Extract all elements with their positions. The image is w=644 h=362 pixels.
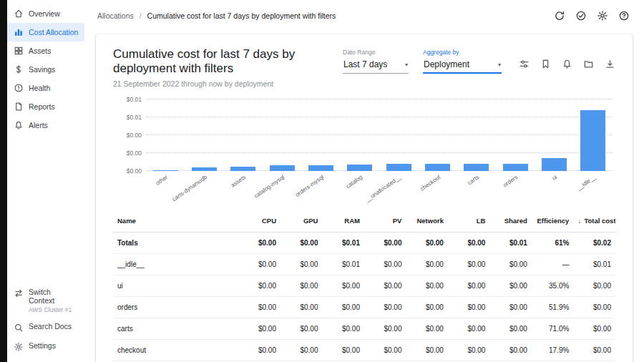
cell-network: $0.00 [406, 318, 447, 340]
y-axis-tick-label: $0.00 [113, 150, 142, 157]
col-header-total-cost[interactable]: ↓ Total cost [573, 210, 615, 233]
table-row-idle[interactable]: __idle__$0.00$0.00$0.01$0.00$0.00$0.00$0… [113, 254, 615, 275]
cell-ram: $0.00 [322, 275, 364, 297]
cell-gpu: $0.00 [280, 233, 322, 254]
sidebar-item-search-docs[interactable]: Search Docs [7, 318, 84, 337]
cell-gpu: $0.00 [280, 297, 322, 318]
topbar-icons [554, 10, 630, 21]
folder-icon[interactable] [583, 59, 594, 69]
bar-idle[interactable] [580, 110, 605, 171]
home-icon [14, 9, 24, 19]
cell-shared: $0.00 [489, 297, 531, 318]
cell-shared: $0.00 [489, 340, 531, 361]
bar-carts[interactable] [464, 164, 489, 171]
table-row-carts[interactable]: carts$0.00$0.00$0.00$0.00$0.00$0.00$0.00… [113, 318, 615, 340]
table-row-checkout[interactable]: checkout$0.00$0.00$0.00$0.00$0.00$0.00$0… [113, 340, 615, 361]
cell-shared: $0.00 [489, 318, 531, 340]
col-header-ram[interactable]: RAM [322, 210, 364, 233]
cell-lb: $0.00 [448, 340, 489, 361]
date-range-value: Last 7 days [343, 59, 387, 69]
bar-catalog-mysql[interactable] [270, 165, 295, 171]
cell-lb: $0.00 [448, 233, 489, 254]
cell-gpu: $0.00 [280, 340, 322, 361]
report-header: Cumulative cost for last 7 days by deplo… [113, 47, 615, 88]
col-header-lb[interactable]: LB [448, 210, 489, 233]
cell-total-cost: $0.00 [573, 275, 615, 297]
download-icon[interactable] [605, 59, 615, 69]
cell-pv: $0.00 [364, 340, 406, 361]
bar-unallocated[interactable] [386, 164, 411, 171]
sidebar-item-assets[interactable]: Assets [7, 41, 84, 60]
table-row-totals[interactable]: Totals$0.00$0.00$0.01$0.00$0.00$0.00$0.0… [113, 233, 615, 254]
breadcrumb-section[interactable]: Allocations [97, 11, 134, 20]
sidebar-item-savings[interactable]: Savings [7, 60, 84, 79]
sidebar-item-overview[interactable]: Overview [7, 4, 84, 23]
bar-orders-mysql[interactable] [308, 165, 333, 171]
col-header-cpu[interactable]: CPU [239, 210, 280, 233]
report-card: Cumulative cost for last 7 days by deplo… [96, 34, 633, 362]
cell-cpu: $0.00 [239, 318, 280, 340]
col-header-shared[interactable]: Shared [489, 210, 531, 233]
cell-gpu: $0.00 [280, 275, 322, 297]
bar-orders[interactable] [503, 164, 528, 171]
bar-checkout[interactable] [425, 164, 450, 171]
cell-name: checkout [113, 340, 239, 361]
bell-icon[interactable] [562, 59, 572, 69]
sidebar: OverviewCost AllocationAssetsSavingsHeal… [7, 0, 84, 362]
col-header-name[interactable]: Name [113, 210, 239, 233]
sidebar-item-sublabel: AWS Cluster #1 [29, 306, 78, 313]
help-icon[interactable] [618, 10, 630, 21]
col-header-efficiency[interactable]: Efficiency [532, 210, 573, 233]
alert-bell-icon [14, 120, 24, 130]
sort-desc-icon: ↓ [577, 217, 582, 225]
cell-pv: $0.00 [364, 297, 406, 318]
page-subtitle: 21 September 2022 through now by deploym… [113, 79, 343, 88]
cell-name: ui [113, 275, 239, 297]
cell-ram: $0.01 [322, 233, 364, 254]
sidebar-item-label: Health [29, 84, 50, 92]
bar-assets[interactable] [230, 167, 255, 171]
bar-catalog[interactable] [347, 165, 372, 171]
gear-icon[interactable] [597, 10, 608, 21]
cell-pv: $0.00 [364, 254, 406, 275]
sidebar-item-switch-context[interactable]: Switch ContextAWS Cluster #1 [7, 283, 84, 318]
sidebar-item-settings[interactable]: Settings [7, 337, 84, 356]
sidebar-nav: OverviewCost AllocationAssetsSavingsHeal… [7, 4, 84, 134]
bar-carts-dynamodb[interactable] [192, 167, 217, 171]
filters-icon[interactable] [519, 59, 530, 69]
report-title-block: Cumulative cost for last 7 days by deplo… [113, 47, 343, 88]
aggregate-by-select[interactable]: Aggregate by Deployment ▾ [423, 49, 502, 74]
cell-shared: $0.01 [489, 233, 531, 254]
col-header-gpu[interactable]: GPU [280, 210, 322, 233]
table-row-orders[interactable]: orders$0.00$0.00$0.00$0.00$0.00$0.00$0.0… [113, 297, 615, 318]
bar-other[interactable] [153, 170, 178, 171]
cell-efficiency: 35.0% [532, 275, 573, 297]
sidebar-item-label: Search Docs [29, 322, 72, 331]
sidebar-item-health[interactable]: Health [7, 79, 84, 97]
sidebar-item-reports[interactable]: Reports [7, 97, 84, 116]
app-window: OverviewCost AllocationAssetsSavingsHeal… [0, 0, 644, 362]
refresh-icon[interactable] [554, 10, 565, 21]
allocation-table: NameCPUGPURAMPVNetworkLBSharedEfficiency… [113, 210, 615, 362]
cell-gpu: $0.00 [280, 318, 322, 340]
sidebar-item-label: Overview [29, 9, 60, 18]
y-axis-tick-label: $0.01 [113, 96, 142, 103]
cell-pv: $0.00 [364, 318, 406, 340]
cell-total-cost: $0.01 [573, 254, 615, 275]
bookmark-icon[interactable] [540, 59, 551, 69]
check-circle-icon[interactable] [575, 10, 587, 21]
col-header-network[interactable]: Network [406, 210, 447, 233]
cell-pv: $0.00 [364, 275, 406, 297]
date-range-select[interactable]: Date Range Last 7 days ▾ [343, 49, 409, 74]
sidebar-item-label: Assets [29, 47, 52, 55]
chevron-down-icon: ▾ [405, 62, 408, 68]
col-header-pv[interactable]: PV [364, 210, 406, 233]
sidebar-item-label: Settings [29, 341, 56, 350]
cell-cpu: $0.00 [239, 340, 280, 361]
table-row-ui[interactable]: ui$0.00$0.00$0.00$0.00$0.00$0.00$0.0035.… [113, 275, 615, 297]
dollar-icon [14, 64, 24, 74]
sidebar-item-cost-allocation[interactable]: Cost Allocation [7, 23, 84, 41]
sidebar-item-alerts[interactable]: Alerts [7, 116, 84, 134]
report-controls: Date Range Last 7 days ▾ Aggregate by De… [343, 47, 615, 74]
bar-ui[interactable] [542, 158, 567, 171]
